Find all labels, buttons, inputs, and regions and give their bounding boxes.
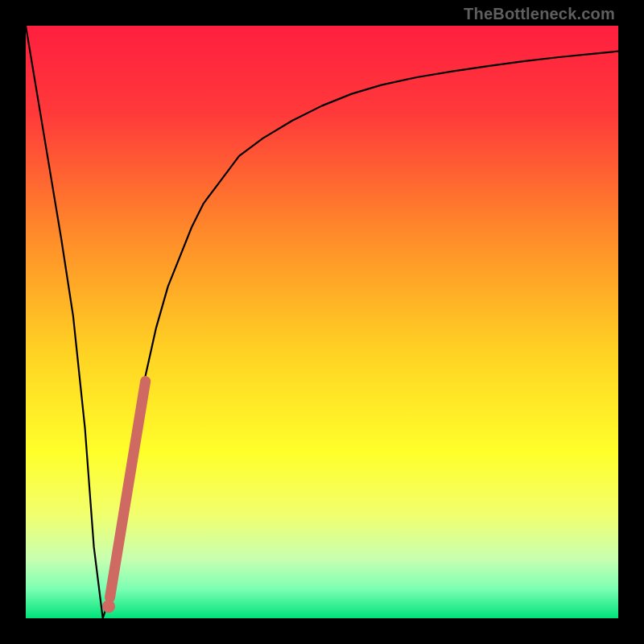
curve-layer bbox=[26, 26, 618, 618]
highlight-end-dot bbox=[102, 600, 115, 613]
highlight-segment bbox=[110, 382, 146, 598]
bottleneck-curve bbox=[26, 26, 618, 618]
watermark-text: TheBottleneck.com bbox=[464, 5, 615, 23]
chart-frame: TheBottleneck.com bbox=[0, 0, 644, 644]
plot-area bbox=[26, 26, 618, 618]
